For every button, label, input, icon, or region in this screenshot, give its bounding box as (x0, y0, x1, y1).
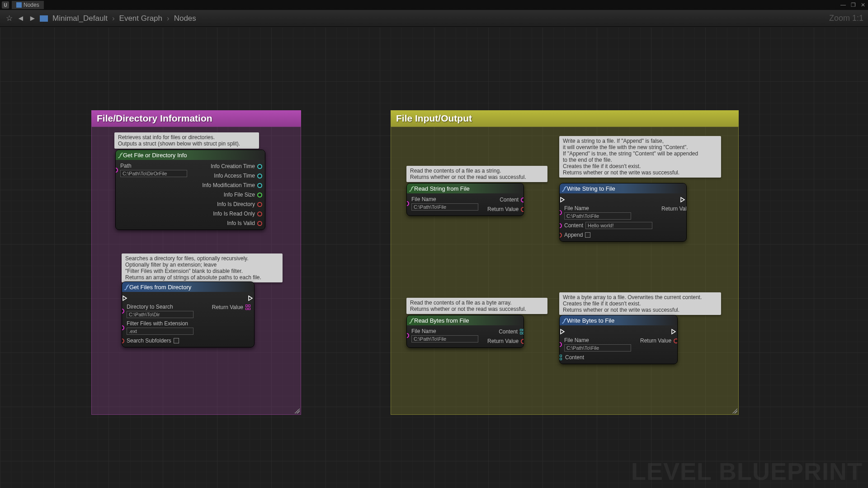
pin-creation-time[interactable]: Info Creation Time (211, 163, 262, 170)
editor-tab[interactable]: Nodes (12, 1, 44, 9)
node-read-bytes-from-file[interactable]: 𝑓Read Bytes from File File Name Content … (406, 315, 524, 348)
pin-file-name[interactable]: File Name (406, 196, 478, 211)
pin-return-value[interactable]: Return Value (640, 337, 678, 344)
pin-exec-out[interactable] (680, 196, 686, 203)
pin-file-size[interactable]: Info File Size (224, 191, 262, 198)
pin-return-value[interactable]: Return Value (487, 338, 524, 345)
pin-content[interactable]: Content (559, 354, 631, 361)
pin-filter-extension[interactable]: Filter Files with Extension (122, 320, 193, 335)
comment-title[interactable]: File/Directory Information (91, 110, 301, 127)
node-title: Write String to File (567, 185, 615, 192)
note-read-bytes[interactable]: Read the contents of a file as a byte ar… (406, 298, 547, 314)
title-bar: U Nodes — ❐ ✕ (0, 0, 868, 10)
note-write-string[interactable]: Write a string to a file. If "Append" is… (559, 136, 721, 178)
ue-logo-icon: U (2, 1, 9, 9)
pin-modification-time[interactable]: Info Modification Time (202, 182, 262, 189)
pin-file-name[interactable]: File Name (559, 205, 652, 220)
node-header[interactable]: 𝑓Get Files from Directory (122, 282, 254, 292)
pin-return-value[interactable]: Return Value (487, 206, 524, 213)
comment-box-file-io[interactable]: File Input/Output Read the contents of a… (391, 110, 739, 415)
window-controls: — ❐ ✕ (838, 0, 868, 10)
filename-input[interactable] (411, 203, 478, 211)
crumb-level[interactable]: Minimal_Default (52, 14, 108, 23)
pin-exec-in[interactable] (560, 328, 566, 335)
function-icon: 𝑓 (410, 317, 412, 324)
filename-input[interactable] (564, 344, 631, 352)
close-button[interactable]: ✕ (858, 0, 868, 10)
comment-title[interactable]: File Input/Output (391, 110, 739, 127)
back-button[interactable]: ◄ (16, 14, 25, 23)
path-input[interactable] (120, 170, 187, 177)
directory-input[interactable] (127, 311, 193, 318)
comment-box-file-info[interactable]: File/Directory Information Retrieves sta… (91, 110, 301, 415)
pin-access-time[interactable]: Info Access Time (214, 172, 262, 179)
pin-exec-out[interactable] (671, 328, 677, 335)
checkbox[interactable] (585, 232, 590, 238)
maximize-button[interactable]: ❐ (848, 0, 858, 10)
checkbox[interactable] (174, 338, 179, 343)
pin-exec-in[interactable] (122, 295, 128, 302)
pin-content[interactable]: Content (500, 196, 524, 203)
pin-exec-out[interactable] (248, 295, 254, 302)
minimize-button[interactable]: — (838, 0, 848, 10)
node-write-string-to-file[interactable]: 𝑓Write String to File File Name (559, 183, 687, 242)
pin-path[interactable]: Path (115, 163, 187, 177)
node-get-files-from-directory[interactable]: 𝑓Get Files from Directory Directory to S… (122, 282, 255, 347)
pin-directory-to-search[interactable]: Directory to Search (122, 304, 193, 318)
breadcrumb-bar: ☆ ◄ ► Minimal_Default › Event Graph › No… (0, 10, 868, 27)
graph-canvas[interactable]: File/Directory Information Retrieves sta… (0, 27, 868, 488)
node-title: Get File or Directory Info (123, 152, 187, 159)
filename-input[interactable] (411, 335, 478, 343)
chevron-right-icon: › (167, 14, 170, 23)
tab-label: Nodes (24, 2, 39, 8)
note-get-info[interactable]: Retrieves stat info for files or directo… (114, 132, 259, 149)
favorite-icon[interactable]: ☆ (5, 14, 14, 23)
node-title: Write Bytes to File (567, 317, 614, 324)
pin-file-name[interactable]: File Name (406, 328, 478, 343)
pin-is-directory[interactable]: Info Is Directory (217, 201, 262, 208)
resize-handle[interactable] (732, 408, 737, 413)
pin-exec-in[interactable] (560, 196, 566, 203)
note-get-files[interactable]: Searches a directory for files, optional… (122, 253, 283, 282)
node-header[interactable]: 𝑓Get File or Directory Info (116, 150, 265, 160)
pin-return-value[interactable]: Return Value (661, 205, 687, 212)
filter-input[interactable] (127, 328, 193, 335)
content-input[interactable] (585, 222, 652, 229)
function-icon: 𝑓 (119, 151, 121, 159)
blueprint-icon (40, 15, 48, 22)
zoom-indicator: Zoom 1:1 (829, 14, 863, 23)
node-title: Read Bytes from File (414, 317, 469, 324)
pin-content[interactable]: Content (559, 222, 652, 229)
crumb-graph[interactable]: Event Graph (119, 14, 162, 23)
function-icon: 𝑓 (563, 185, 565, 192)
node-title: Read String from File (414, 185, 470, 192)
function-icon: 𝑓 (126, 283, 127, 291)
pin-file-name[interactable]: File Name (559, 337, 631, 352)
node-title: Get Files from Directory (129, 284, 191, 291)
pin-is-read-only[interactable]: Info Is Read Only (213, 210, 262, 217)
resize-handle[interactable] (294, 408, 300, 413)
filename-input[interactable] (564, 212, 631, 220)
pin-return-value[interactable]: Return Value (212, 304, 251, 311)
node-get-file-or-directory-info[interactable]: 𝑓Get File or Directory Info Path (115, 150, 265, 230)
pin-search-subfolders[interactable]: Search Subfolders (122, 337, 193, 344)
pin-append[interactable]: Append (559, 231, 652, 239)
note-read-string[interactable]: Read the contents of a file as a string.… (406, 166, 547, 182)
note-write-bytes[interactable]: Write a byte array to a file. Overwrites… (559, 292, 721, 315)
crumb-current[interactable]: Nodes (174, 14, 196, 23)
chevron-right-icon: › (112, 14, 115, 23)
pin-content[interactable]: Content (499, 328, 524, 335)
function-icon: 𝑓 (563, 317, 565, 324)
blueprint-icon (16, 2, 22, 8)
function-icon: 𝑓 (410, 185, 412, 192)
pin-is-valid[interactable]: Info Is Valid (227, 220, 262, 227)
node-read-string-from-file[interactable]: 𝑓Read String from File File Name Content… (406, 183, 524, 216)
node-write-bytes-to-file[interactable]: 𝑓Write Bytes to File File Name (559, 315, 678, 364)
forward-button[interactable]: ► (28, 14, 37, 23)
watermark: LEVEL BLUEPRINT (631, 457, 863, 485)
